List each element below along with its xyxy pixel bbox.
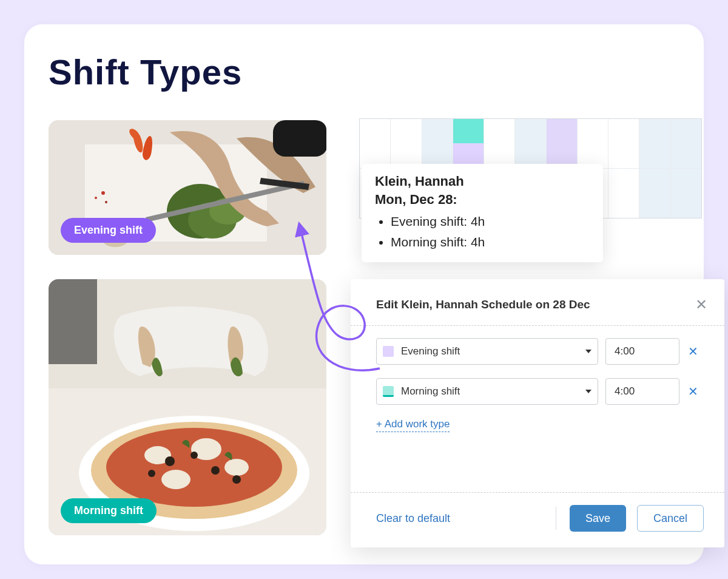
dialog-title: Edit Klein, Hannah Schedule on 28 Dec (376, 298, 590, 311)
morning-shift-badge: Morning shift (61, 498, 157, 523)
popover-item: Morning shift: 4h (391, 232, 590, 252)
svg-point-22 (211, 466, 220, 475)
svg-rect-7 (273, 120, 326, 157)
morning-photo (49, 279, 326, 535)
cancel-button[interactable]: Cancel (637, 505, 704, 532)
popover-item: Evening shift: 4h (391, 211, 590, 232)
remove-row-icon[interactable]: ✕ (687, 344, 699, 359)
swatch-icon (383, 386, 394, 397)
evening-shift-badge: Evening shift (61, 218, 156, 243)
morning-shift-card: Morning shift (49, 279, 326, 535)
svg-point-10 (95, 197, 97, 199)
shift-time-input[interactable]: 4:00 (605, 338, 679, 365)
save-button[interactable]: Save (570, 505, 626, 532)
edit-schedule-dialog: Edit Klein, Hannah Schedule on 28 Dec ✕ … (351, 279, 724, 547)
svg-point-16 (106, 428, 282, 507)
shift-type-select[interactable]: Evening shift (376, 338, 598, 365)
svg-point-19 (224, 459, 249, 476)
divider (556, 507, 556, 530)
svg-point-23 (190, 452, 198, 459)
chevron-down-icon (585, 390, 592, 393)
shift-row: Evening shift 4:00 ✕ (376, 338, 699, 365)
add-work-type-link[interactable]: + Add work type (376, 418, 450, 432)
close-icon[interactable]: ✕ (695, 297, 707, 312)
shift-summary-popover: Klein, Hannah Mon, Dec 28: Evening shift… (362, 164, 603, 262)
svg-point-21 (165, 456, 175, 466)
popover-date: Mon, Dec 28: (375, 192, 590, 208)
main-card: Shift Types Evening shift (24, 24, 704, 564)
shift-row: Morning shift 4:00 ✕ (376, 378, 699, 405)
clear-to-default-link[interactable]: Clear to default (376, 512, 450, 525)
shift-type-select[interactable]: Morning shift (376, 378, 598, 405)
svg-point-9 (105, 201, 107, 203)
svg-point-8 (101, 191, 105, 195)
shift-type-label: Evening shift (401, 345, 585, 357)
svg-point-20 (161, 470, 190, 489)
page-title: Shift Types (49, 52, 242, 92)
remove-row-icon[interactable]: ✕ (687, 384, 699, 399)
svg-point-24 (232, 475, 241, 484)
shift-time-input[interactable]: 4:00 (605, 378, 679, 405)
shift-type-label: Morning shift (401, 385, 585, 398)
svg-rect-13 (49, 279, 97, 364)
swatch-icon (383, 346, 394, 357)
popover-name: Klein, Hannah (375, 174, 590, 189)
evening-shift-card: Evening shift (49, 120, 326, 255)
svg-point-25 (148, 470, 155, 477)
chevron-down-icon (585, 350, 592, 353)
